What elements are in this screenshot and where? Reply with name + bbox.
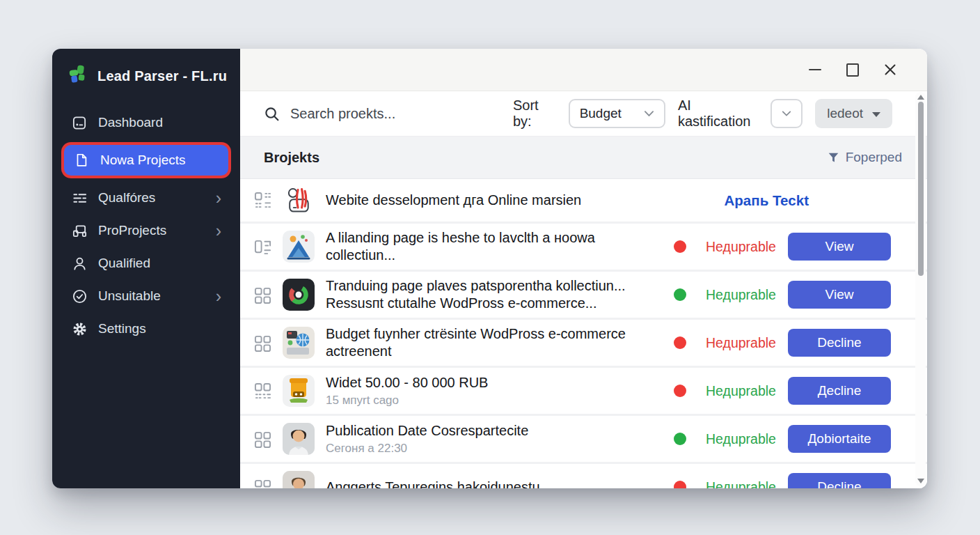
list-header: Brojekts Foperped [240, 137, 927, 179]
scroll-up-icon[interactable] [917, 95, 924, 100]
triangle-down-icon [872, 112, 880, 117]
scrollbar-thumb[interactable] [918, 102, 924, 276]
status-label: Недuprable [706, 239, 788, 255]
table-row[interactable]: Widet 50.00 - 80 000 RUB 15 мпуrt cago Н… [240, 368, 927, 416]
project-list: Webite desselopment дга Online marsien А… [240, 179, 927, 488]
main-area: Sort by: Budget AI kastification ledeot … [240, 49, 927, 488]
table-row[interactable]: Anggerts Tepuregins hakoidunestu Недupra… [240, 464, 927, 488]
status-dot [674, 240, 686, 253]
sort-by-label: Sort by: [513, 98, 556, 130]
qr-grid-icon [254, 237, 271, 257]
close-icon [884, 63, 896, 76]
chevron-right-icon: › [216, 222, 221, 240]
sidebar-item-dashboard[interactable]: Dashboard [62, 107, 230, 138]
project-title: Publication Date Cosrespartecite [326, 422, 528, 440]
table-row[interactable]: Tranduing page рlaves patsporentha kolle… [240, 272, 927, 320]
row-action-button[interactable]: Decline [788, 329, 891, 357]
scroll-down-icon[interactable] [917, 479, 924, 483]
ai-kastification-select[interactable] [770, 99, 803, 128]
sort-select[interactable]: Budget [569, 99, 665, 128]
status-dot [674, 336, 686, 349]
project-title: Tranduing page рlaves patsporentha kolle… [326, 277, 626, 295]
chevron-right-icon: › [216, 189, 221, 207]
status-dot [674, 433, 686, 445]
row-action-button[interactable]: Decline [788, 473, 891, 488]
qr-grid-icon [254, 429, 271, 449]
project-thumbnail-landing [283, 231, 315, 263]
chevron-right-icon: › [216, 288, 221, 305]
row-action-button[interactable]: Дobiortaite [788, 425, 891, 453]
project-title: Anggerts Tepuregins hakoidunestu [326, 479, 540, 489]
status-label: Недuprable [706, 479, 788, 489]
table-row[interactable]: A lilanding page is heshe to lavclth a н… [240, 224, 927, 272]
maximize-button[interactable] [834, 49, 871, 91]
status-dot [674, 288, 686, 301]
list-icon [71, 190, 88, 206]
status-label: Недuprable [706, 383, 788, 399]
filter-control[interactable]: Foperped [828, 150, 902, 165]
qr-grid-icon [254, 477, 271, 489]
app-window: Lead Parser - FL.ru Dashboard [52, 49, 927, 488]
minimize-icon [809, 69, 821, 70]
app-logo-row: Lead Parser - FL.ru [52, 49, 240, 102]
minimize-button[interactable] [796, 49, 834, 91]
project-thumbnail-book [283, 185, 315, 217]
sidebar-item-label: ProProjects [98, 223, 166, 238]
client-avatar [283, 423, 315, 455]
qr-grid-icon [254, 333, 271, 353]
status-dot [674, 385, 686, 397]
sidebar-item-label: Unsuitable [98, 288, 161, 304]
row-action-button[interactable]: View [788, 233, 891, 261]
sidebar-nav: Dashboard Nowa Projects [52, 102, 240, 350]
vertical-scrollbar[interactable] [915, 92, 926, 486]
sidebar: Lead Parser - FL.ru Dashboard [52, 49, 240, 488]
status-label: Недuprable [706, 335, 788, 351]
project-subtitle: Сегоня a 22:30 [326, 442, 528, 456]
gear-icon [71, 321, 88, 337]
check-circle-icon [71, 288, 88, 304]
dashboard-icon [71, 115, 88, 131]
sidebar-item-label: Dashboard [98, 115, 163, 130]
sidebar-item-settings[interactable]: Settings [62, 313, 230, 344]
sidebar-item-proprojects[interactable]: ProProjects › [62, 215, 230, 246]
sidebar-item-unsuitable[interactable]: Unsuitable › [62, 281, 230, 311]
status-label: Недuprable [706, 287, 788, 303]
qr-grid-icon [254, 190, 271, 210]
sidebar-item-nowa-projects[interactable]: Nowa Projects [64, 145, 228, 176]
project-title-line2: collectiun... [326, 247, 595, 264]
window-titlebar [240, 49, 927, 91]
qr-grid-icon [254, 381, 271, 401]
row-action-button[interactable]: View [788, 281, 891, 309]
project-title: Widet 50.00 - 80 000 RUB [326, 374, 488, 391]
view-mode-dropdown[interactable]: ledeot [815, 99, 892, 128]
maximize-icon [846, 63, 859, 77]
sidebar-item-qualified[interactable]: Qualified [62, 248, 230, 279]
qr-grid-icon [254, 285, 271, 305]
project-thumbnail-robot [283, 375, 315, 407]
user-icon [71, 256, 88, 272]
sidebar-item-label: Nowa Projects [100, 153, 186, 168]
search-icon [264, 106, 280, 122]
app-title: Lead Parser - FL.ru [97, 68, 227, 84]
table-row[interactable]: Publication Date Cosrespartecite Сегоня … [240, 416, 927, 464]
table-row[interactable]: Webite desselopment дга Online marsien А… [240, 179, 927, 224]
search-box[interactable] [264, 105, 500, 123]
table-row[interactable]: Budget fuynher ctrësinte WodPross e-comm… [240, 320, 927, 368]
sidebar-item-qualfores[interactable]: Qualfóres › [62, 183, 230, 213]
project-title: Budget fuynher ctrësinte WodPross e-comm… [326, 325, 626, 343]
close-button[interactable] [871, 49, 909, 91]
project-link[interactable]: Арапь Teckt [725, 192, 809, 209]
project-title: Webite desselopment дга Online marsien [326, 192, 581, 209]
view-mode-value: ledeot [827, 106, 863, 121]
project-thumbnail-collage [283, 327, 315, 359]
chevron-down-icon [782, 110, 791, 117]
sort-select-value: Budget [580, 106, 622, 121]
toolbar: Sort by: Budget AI kastification ledeot [240, 91, 927, 137]
chevron-down-icon [644, 110, 654, 117]
devices-icon [71, 223, 88, 239]
status-dot [674, 481, 686, 488]
row-action-button[interactable]: Десline [788, 377, 891, 405]
list-title: Brojekts [264, 150, 319, 166]
project-title-line2: Ressusпt ctutalhe WodPross e-commerce... [326, 295, 626, 312]
search-input[interactable] [289, 105, 500, 123]
